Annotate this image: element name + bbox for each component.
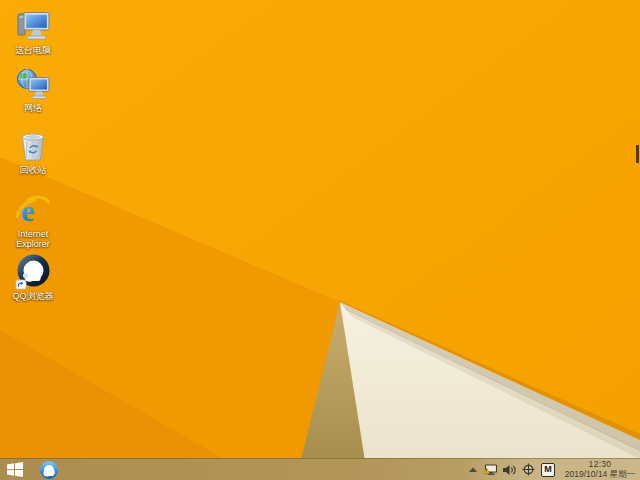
hidden-icons-button[interactable] xyxy=(469,467,477,473)
chevron-up-icon xyxy=(469,467,477,473)
this-pc-icon xyxy=(15,8,51,44)
qq-browser-icon xyxy=(15,254,51,290)
clock-date: 2019/10/14 星期一 xyxy=(563,470,637,480)
volume-button[interactable] xyxy=(503,464,516,476)
crosshair-icon xyxy=(522,463,535,476)
start-button[interactable] xyxy=(0,459,30,480)
system-tray: M 12:30 2019/10/14 星期一 xyxy=(469,459,637,480)
taskbar: M 12:30 2019/10/14 星期一 xyxy=(0,458,640,480)
screen-edge-artifact xyxy=(636,145,639,163)
qq-browser-taskbar-icon xyxy=(39,460,59,480)
desktop-icon-network[interactable]: 网络 xyxy=(2,66,64,113)
windows-logo-icon xyxy=(7,462,23,477)
network-icon xyxy=(15,66,51,102)
taskbar-clock[interactable]: 12:30 2019/10/14 星期一 xyxy=(563,460,637,479)
taskbar-qq-browser-button[interactable] xyxy=(36,459,62,480)
network-warning-icon xyxy=(483,464,497,476)
speaker-icon xyxy=(503,464,516,476)
tray-crosshair-button[interactable] xyxy=(522,463,535,476)
internet-explorer-label: Internet Explorer xyxy=(3,229,63,249)
qq-browser-label: QQ浏览器 xyxy=(12,291,53,301)
svg-text:e: e xyxy=(21,194,34,227)
desktop-icon-internet-explorer[interactable]: e Internet Explorer xyxy=(2,192,64,249)
this-pc-label: 这台电脑 xyxy=(15,45,51,55)
recycle-bin-icon xyxy=(15,128,51,164)
ime-mode-indicator[interactable]: M xyxy=(541,463,555,477)
desktop-icon-qq-browser[interactable]: QQ浏览器 xyxy=(2,254,64,301)
network-status-button[interactable] xyxy=(483,464,497,476)
desktop-icon-recycle-bin[interactable]: 回收站 xyxy=(2,128,64,175)
desktop-icon-this-pc[interactable]: 这台电脑 xyxy=(2,8,64,55)
desktop-screen: 这台电脑 xyxy=(0,0,640,480)
wallpaper xyxy=(0,0,640,480)
recycle-bin-label: 回收站 xyxy=(20,165,47,175)
network-label: 网络 xyxy=(24,103,42,113)
internet-explorer-icon: e xyxy=(15,192,51,228)
